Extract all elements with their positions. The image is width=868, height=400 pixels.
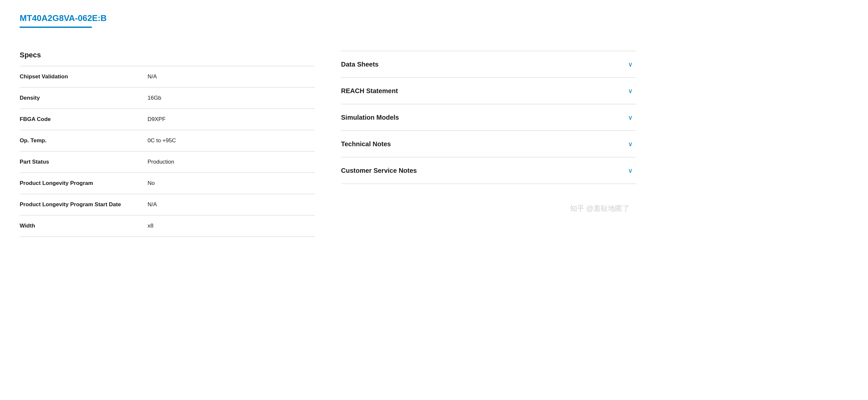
chevron-down-icon: ∨ — [628, 114, 633, 121]
chevron-down-icon: ∨ — [628, 140, 633, 148]
accordion-item[interactable]: Technical Notes ∨ — [341, 131, 636, 157]
watermark: 知乎 @羞耻地匿了 — [341, 204, 636, 213]
accordion-label: Customer Service Notes — [341, 167, 417, 175]
spec-value: D9XPF — [144, 109, 315, 130]
accordion-header[interactable]: Customer Service Notes ∨ — [341, 157, 636, 184]
accordion-label: Technical Notes — [341, 140, 391, 148]
spec-label: FBGA Code — [20, 109, 144, 130]
spec-label: Part Status — [20, 152, 144, 173]
accordion-section: Data Sheets ∨ REACH Statement ∨ Simulati… — [341, 41, 636, 237]
spec-value: 16Gb — [144, 88, 315, 109]
spec-label: Width — [20, 215, 144, 237]
chevron-down-icon: ∨ — [628, 60, 633, 68]
accordion-label: REACH Statement — [341, 87, 398, 95]
accordion-header[interactable]: Simulation Models ∨ — [341, 104, 636, 130]
spec-value: 0C to +95C — [144, 130, 315, 152]
table-row: Density 16Gb — [20, 88, 315, 109]
accordion-label: Simulation Models — [341, 114, 399, 121]
accordion-label: Data Sheets — [341, 61, 379, 68]
chevron-down-icon: ∨ — [628, 166, 633, 175]
accordion-header[interactable]: Technical Notes ∨ — [341, 131, 636, 157]
table-row: FBGA Code D9XPF — [20, 109, 315, 130]
table-row: Part Status Production — [20, 152, 315, 173]
accordion-header[interactable]: Data Sheets ∨ — [341, 51, 636, 78]
chevron-down-icon: ∨ — [628, 87, 633, 95]
spec-label: Chipset Validation — [20, 66, 144, 88]
spec-value: N/A — [144, 66, 315, 88]
spec-label: Product Longevity Program Start Date — [20, 194, 144, 215]
table-row: Product Longevity Program No — [20, 173, 315, 194]
table-row: Op. Temp. 0C to +95C — [20, 130, 315, 152]
spec-value: x8 — [144, 215, 315, 237]
product-title: MT40A2G8VA-062E:B — [20, 13, 848, 23]
accordion-item[interactable]: Simulation Models ∨ — [341, 104, 636, 131]
table-row: Width x8 — [20, 215, 315, 237]
specs-section: Specs Chipset Validation N/A Density 16G… — [20, 41, 315, 237]
accordion-item[interactable]: Data Sheets ∨ — [341, 51, 636, 78]
spec-value: N/A — [144, 194, 315, 215]
spec-label: Product Longevity Program — [20, 173, 144, 194]
table-row: Product Longevity Program Start Date N/A — [20, 194, 315, 215]
spec-label: Op. Temp. — [20, 130, 144, 152]
accordion-item[interactable]: Customer Service Notes ∨ — [341, 157, 636, 184]
spec-label: Density — [20, 88, 144, 109]
table-row: Chipset Validation N/A — [20, 66, 315, 88]
spec-value: No — [144, 173, 315, 194]
specs-heading: Specs — [20, 51, 315, 59]
accordion-item[interactable]: REACH Statement ∨ — [341, 78, 636, 104]
title-underline — [20, 27, 92, 28]
spec-value: Production — [144, 152, 315, 173]
specs-table: Chipset Validation N/A Density 16Gb FBGA… — [20, 66, 315, 237]
accordion-header[interactable]: REACH Statement ∨ — [341, 78, 636, 104]
